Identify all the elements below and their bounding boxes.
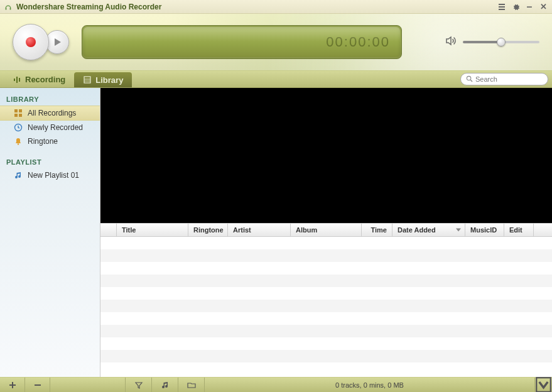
record-icon bbox=[26, 37, 36, 47]
table-row bbox=[100, 312, 552, 325]
search-input[interactable] bbox=[475, 75, 552, 83]
column-checkbox[interactable] bbox=[100, 224, 117, 236]
svg-rect-4 bbox=[16, 77, 18, 83]
statusbar-gap bbox=[50, 378, 126, 392]
sidebar-item-label: Newly Recorded bbox=[28, 123, 83, 132]
table-row bbox=[100, 275, 552, 287]
column-time[interactable]: Time bbox=[362, 224, 392, 236]
sidebar-item-label: Ringtone bbox=[28, 137, 58, 146]
sidebar-item-label: New Playlist 01 bbox=[28, 171, 79, 180]
table-row bbox=[100, 300, 552, 312]
lcd-time: 00:00:00 bbox=[326, 34, 390, 50]
play-icon bbox=[55, 38, 61, 46]
table-row bbox=[100, 325, 552, 337]
column-artist[interactable]: Artist bbox=[228, 224, 291, 236]
svg-rect-3 bbox=[14, 79, 15, 81]
sidebar-item-label: All Recordings bbox=[28, 109, 76, 117]
app-icon bbox=[4, 3, 13, 11]
sidebar-item-playlist-01[interactable]: New Playlist 01 bbox=[0, 168, 100, 182]
collapse-button[interactable] bbox=[534, 378, 552, 392]
search-box[interactable] bbox=[460, 73, 548, 85]
folder-button[interactable] bbox=[178, 378, 205, 392]
column-musicid[interactable]: MusicID bbox=[465, 224, 504, 236]
preview-panel bbox=[100, 88, 552, 223]
speaker-icon bbox=[445, 35, 457, 49]
svg-rect-5 bbox=[19, 78, 20, 82]
sidebar-section-playlist: PLAYLIST bbox=[0, 155, 100, 168]
table-row bbox=[100, 262, 552, 275]
remove-button[interactable] bbox=[25, 378, 50, 392]
app-title: Wondershare Streaming Audio Recorder bbox=[16, 3, 161, 11]
statusbar: 0 tracks, 0 mins, 0 MB bbox=[0, 377, 552, 392]
svg-rect-2 bbox=[499, 9, 505, 10]
column-filler bbox=[534, 224, 552, 236]
sidebar-item-newly-recorded[interactable]: Newly Recorded bbox=[0, 121, 100, 134]
tab-library[interactable]: Library bbox=[74, 72, 132, 87]
tab-recording-label: Recording bbox=[25, 75, 65, 84]
main-area: LIBRARY All Recordings Newly Recorded Ri… bbox=[0, 88, 552, 377]
music-icon bbox=[14, 171, 23, 180]
clock-icon bbox=[14, 123, 23, 132]
column-date-added[interactable]: Date Added bbox=[392, 224, 465, 236]
column-edit[interactable]: Edit bbox=[504, 224, 534, 236]
table-row bbox=[100, 249, 552, 262]
tab-library-label: Library bbox=[95, 75, 123, 85]
music-note-button[interactable] bbox=[152, 378, 178, 392]
lcd-display: 00:00:00 bbox=[82, 25, 402, 59]
svg-rect-0 bbox=[499, 4, 505, 5]
filter-button[interactable] bbox=[126, 378, 152, 392]
tab-recording[interactable]: Recording bbox=[4, 71, 74, 87]
svg-rect-1 bbox=[499, 6, 505, 8]
svg-rect-11 bbox=[14, 109, 18, 112]
add-button[interactable] bbox=[0, 378, 25, 392]
search-icon bbox=[466, 75, 473, 84]
svg-rect-13 bbox=[14, 114, 18, 117]
volume-control bbox=[445, 35, 539, 49]
record-controls bbox=[13, 24, 69, 60]
table-row bbox=[100, 337, 552, 350]
svg-rect-14 bbox=[19, 114, 22, 117]
table-row bbox=[100, 350, 552, 362]
table-row bbox=[100, 237, 552, 249]
list-icon[interactable] bbox=[497, 2, 507, 12]
close-button[interactable]: ✕ bbox=[538, 2, 548, 12]
table-body bbox=[100, 237, 552, 377]
volume-slider[interactable] bbox=[463, 41, 539, 43]
sidebar: LIBRARY All Recordings Newly Recorded Ri… bbox=[0, 88, 100, 377]
record-button[interactable] bbox=[13, 24, 49, 60]
titlebar: Wondershare Streaming Audio Recorder – ✕ bbox=[0, 0, 552, 14]
column-ringtone[interactable]: Ringtone bbox=[188, 224, 228, 236]
content-area: Title Ringtone Artist Album Time Date Ad… bbox=[100, 88, 552, 377]
svg-line-10 bbox=[470, 80, 472, 82]
bell-icon bbox=[14, 137, 23, 146]
svg-rect-12 bbox=[19, 109, 22, 112]
column-title[interactable]: Title bbox=[117, 224, 188, 236]
header-panel: 00:00:00 bbox=[0, 14, 552, 70]
gear-icon[interactable] bbox=[511, 2, 521, 12]
svg-point-9 bbox=[467, 76, 470, 80]
svg-rect-17 bbox=[536, 378, 551, 392]
table-row bbox=[100, 287, 552, 300]
sidebar-item-ringtone[interactable]: Ringtone bbox=[0, 134, 100, 148]
table-header: Title Ringtone Artist Album Time Date Ad… bbox=[100, 223, 552, 237]
sidebar-section-library: LIBRARY bbox=[0, 92, 100, 106]
grid-icon bbox=[14, 109, 23, 117]
tabbar: Recording Library bbox=[0, 70, 552, 88]
column-album[interactable]: Album bbox=[291, 224, 362, 236]
svg-rect-6 bbox=[84, 77, 90, 83]
status-text: 0 tracks, 0 mins, 0 MB bbox=[205, 378, 534, 392]
minimize-button[interactable]: – bbox=[524, 2, 534, 12]
svg-point-16 bbox=[18, 143, 19, 144]
sidebar-item-all-recordings[interactable]: All Recordings bbox=[0, 106, 100, 121]
volume-thumb[interactable] bbox=[497, 38, 506, 46]
